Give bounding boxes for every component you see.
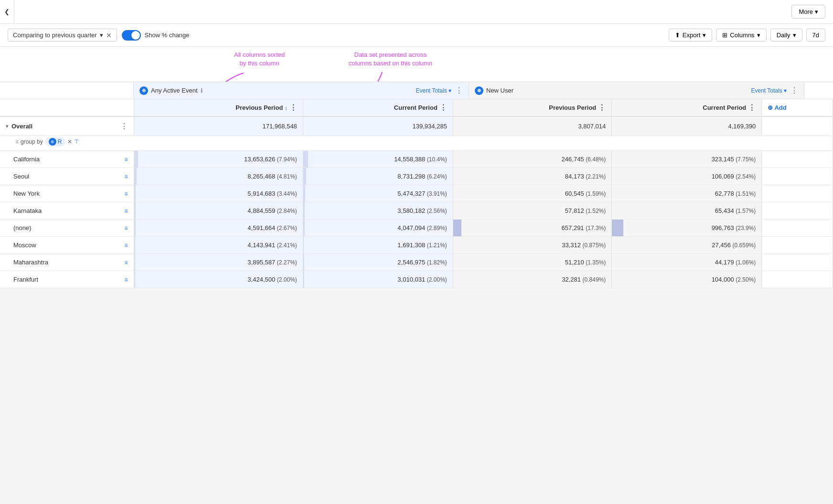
bar-none-any-prev bbox=[134, 220, 136, 236]
moscow-label: Moscow bbox=[13, 242, 36, 249]
sort-icon[interactable]: ↕ bbox=[285, 105, 288, 111]
maharashtra-filter-icon[interactable]: ≡ bbox=[124, 259, 128, 266]
frankfurt-new-prev-cell: 32,281 (0.849%) bbox=[453, 271, 611, 288]
moscow-new-prev: 33,312 bbox=[562, 242, 581, 249]
filter-close-button[interactable]: ✕ bbox=[106, 32, 112, 39]
karnataka-any-prev-pct: (2.84%) bbox=[277, 208, 297, 214]
show-pct-toggle[interactable] bbox=[122, 30, 141, 41]
any-curr-menu-icon[interactable]: ⋮ bbox=[439, 103, 447, 112]
maharashtra-any-curr-cell: 2,546,975 (1.82%) bbox=[303, 254, 453, 271]
any-event-menu-icon[interactable]: ⋮ bbox=[455, 86, 463, 95]
karnataka-label: Karnataka bbox=[13, 207, 42, 214]
annotation-area: All columns sortedby this column Data se… bbox=[0, 47, 833, 99]
newyork-any-curr-cell: 5,474,327 (3.91%) bbox=[303, 185, 453, 202]
frankfurt-any-curr-pct: (2.00%) bbox=[427, 276, 447, 283]
moscow-any-curr: 1,691,308 bbox=[397, 242, 425, 249]
table-row: (none) ≡ 4,591,664 (2.67%) 4,047,094 (2.… bbox=[0, 220, 833, 237]
group-by-label: group by bbox=[21, 138, 43, 145]
seoul-any-curr-pct: (6.24%) bbox=[427, 173, 447, 180]
bar-mah-any-curr bbox=[303, 254, 304, 271]
bar-none-new-curr bbox=[612, 220, 623, 236]
overall-new-curr: 4,169,390 bbox=[728, 123, 756, 130]
group-by-badge[interactable]: ⊕ R bbox=[45, 137, 66, 147]
california-any-curr: 14,558,388 bbox=[394, 156, 425, 163]
none-add-cell bbox=[762, 220, 833, 237]
moscow-new-prev-pct: (0.875%) bbox=[583, 242, 606, 249]
california-new-prev-pct: (6.48%) bbox=[586, 156, 606, 163]
new-user-menu-icon[interactable]: ⋮ bbox=[790, 86, 798, 95]
collapse-sidebar-button[interactable]: ❮ bbox=[0, 0, 14, 23]
right-annotation-text: Data set presented acrosscolumns based o… bbox=[349, 51, 432, 68]
table-container: Previous Period ↕ ⋮ Current Period ⋮ Pre… bbox=[0, 99, 833, 288]
overall-label: Overall bbox=[11, 123, 32, 130]
filter-chip[interactable]: Comparing to previous quarter ▾ ✕ bbox=[8, 29, 117, 42]
karnataka-filter-icon[interactable]: ≡ bbox=[124, 208, 128, 214]
newyork-any-curr: 5,474,327 bbox=[397, 190, 425, 197]
overall-chevron-icon[interactable]: ▾ bbox=[6, 123, 9, 129]
karnataka-new-prev: 57,812 bbox=[565, 207, 584, 214]
newyork-filter-icon[interactable]: ≡ bbox=[124, 190, 128, 197]
empty-header bbox=[0, 82, 134, 99]
overall-any-curr: 139,934,285 bbox=[413, 123, 447, 130]
california-any-curr-cell: 14,558,388 (10.4%) bbox=[303, 151, 453, 168]
any-event-info-icon[interactable]: ℹ bbox=[201, 87, 203, 94]
newyork-new-prev-pct: (1.59%) bbox=[586, 190, 606, 197]
california-any-prev-cell: 13,653,626 (7.94%) bbox=[134, 151, 303, 168]
any-prev-menu-icon[interactable]: ⋮ bbox=[289, 103, 297, 112]
karnataka-new-curr: 65,434 bbox=[715, 207, 734, 214]
karnataka-add-cell bbox=[762, 202, 833, 220]
more-chevron-icon: ▾ bbox=[815, 8, 818, 15]
overall-menu-icon[interactable]: ⋮ bbox=[120, 122, 128, 131]
california-new-curr-cell: 323,145 (7.75%) bbox=[612, 151, 762, 168]
group-by-filter-icon[interactable]: ⊤ bbox=[74, 138, 79, 145]
new-user-totals[interactable]: Event Totals ▾ bbox=[751, 87, 787, 94]
new-prev-menu-icon[interactable]: ⋮ bbox=[598, 103, 606, 112]
r-icon: ⊕ bbox=[49, 138, 56, 146]
none-filter-icon[interactable]: ≡ bbox=[124, 225, 128, 231]
moscow-filter-icon[interactable]: ≡ bbox=[124, 242, 128, 249]
karnataka-new-prev-pct: (1.52%) bbox=[586, 208, 606, 214]
karnataka-new-curr-pct: (1.57%) bbox=[736, 208, 756, 214]
maharashtra-any-prev-cell: 3,895,587 (2.27%) bbox=[134, 254, 303, 271]
group-by-cell: ≡ group by ⊕ R ✕ ⊤ bbox=[0, 136, 833, 151]
maharashtra-add-cell bbox=[762, 254, 833, 271]
col-header-row1: ⊕ Any Active Event ℹ Event Totals ▾ ⋮ ⊕ … bbox=[0, 82, 833, 99]
seoul-filter-icon[interactable]: ≡ bbox=[124, 173, 128, 180]
seoul-any-prev-pct: (4.81%) bbox=[277, 173, 297, 180]
karnataka-any-prev: 4,884,559 bbox=[247, 207, 275, 214]
daily-button[interactable]: Daily ▾ bbox=[770, 29, 802, 42]
days-button[interactable]: 7d bbox=[806, 29, 825, 42]
newyork-new-prev: 60,545 bbox=[565, 190, 584, 197]
toggle-thumb bbox=[131, 31, 140, 40]
california-filter-icon[interactable]: ≡ bbox=[124, 156, 128, 163]
none-new-prev-pct: (17.3%) bbox=[586, 225, 606, 231]
export-button[interactable]: ⬆ Export ▾ bbox=[669, 29, 713, 42]
table-row: Maharashtra ≡ 3,895,587 (2.27%) 2,546,97… bbox=[0, 254, 833, 271]
group-by-close-icon[interactable]: ✕ bbox=[67, 138, 72, 145]
seoul-new-curr: 106,069 bbox=[712, 173, 734, 180]
new-curr-menu-icon[interactable]: ⋮ bbox=[748, 103, 756, 112]
newyork-any-curr-pct: (3.91%) bbox=[427, 190, 447, 197]
more-button[interactable]: More ▾ bbox=[791, 5, 825, 19]
any-event-totals[interactable]: Event Totals ▾ bbox=[416, 87, 452, 94]
none-label: (none) bbox=[13, 224, 32, 231]
maharashtra-new-prev-cell: 51,210 (1.35%) bbox=[453, 254, 611, 271]
none-any-curr-cell: 4,047,094 (2.89%) bbox=[303, 220, 453, 237]
maharashtra-label: Maharashtra bbox=[13, 259, 48, 266]
label-subheader bbox=[0, 99, 134, 116]
moscow-any-prev-pct: (2.41%) bbox=[277, 242, 297, 249]
maharashtra-new-curr-cell: 44,179 (1.06%) bbox=[612, 254, 762, 271]
table-row: California ≡ 13,653,626 (7.94%) 14,558,3… bbox=[0, 151, 833, 168]
add-col-button[interactable]: ⊕ Add bbox=[768, 104, 786, 111]
bar-mah-any-prev bbox=[134, 254, 135, 271]
columns-button[interactable]: ⊞ Columns ▾ bbox=[716, 29, 766, 42]
more-label: More bbox=[799, 8, 813, 15]
add-col-header bbox=[804, 82, 833, 99]
none-any-curr: 4,047,094 bbox=[397, 224, 425, 231]
karnataka-new-prev-cell: 57,812 (1.52%) bbox=[453, 202, 611, 220]
none-any-prev: 4,591,664 bbox=[247, 224, 275, 231]
none-new-curr-cell: 996,763 (23.9%) bbox=[612, 220, 762, 237]
frankfurt-any-prev-pct: (2.00%) bbox=[277, 276, 297, 283]
none-any-prev-pct: (2.67%) bbox=[277, 225, 297, 231]
frankfurt-filter-icon[interactable]: ≡ bbox=[124, 276, 128, 283]
